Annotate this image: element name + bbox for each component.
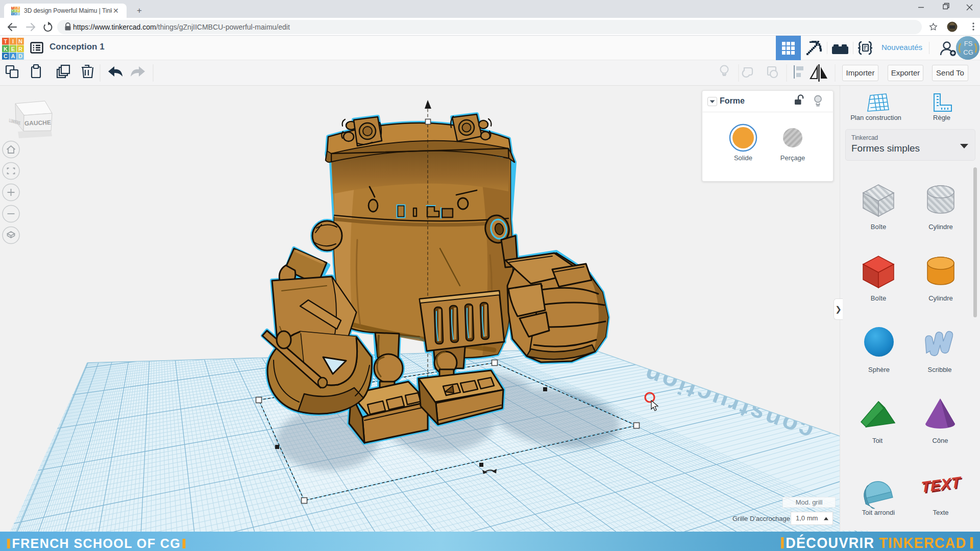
svg-text:Cône: Cône <box>932 437 948 444</box>
svg-text:N: N <box>18 7 20 9</box>
svg-text:GAUCHE: GAUCHE <box>24 119 51 127</box>
svg-text:D: D <box>18 53 22 59</box>
svg-text:N: N <box>18 38 22 44</box>
svg-text:Toit: Toit <box>872 437 883 444</box>
svg-text:T: T <box>12 7 13 9</box>
svg-text:E: E <box>15 10 16 12</box>
svg-text:A: A <box>15 12 17 15</box>
svg-text:Boîte: Boîte <box>871 223 886 231</box>
svg-text:I: I <box>15 7 16 9</box>
svg-text:E: E <box>11 46 15 52</box>
svg-text:Texte: Texte <box>933 509 948 516</box>
svg-text:T: T <box>4 38 8 44</box>
svg-text:I: I <box>12 38 14 44</box>
svg-text:A: A <box>11 53 15 59</box>
svg-text:Cylindre: Cylindre <box>928 294 953 302</box>
svg-text:CG: CG <box>963 48 973 56</box>
svg-text:Sphère: Sphère <box>868 366 890 373</box>
svg-text:C: C <box>12 12 14 15</box>
svg-text:Règle: Règle <box>933 114 950 121</box>
svg-text:K: K <box>4 46 8 52</box>
svg-text:FS: FS <box>964 40 973 47</box>
svg-text:Scribble: Scribble <box>928 366 952 373</box>
svg-text:R: R <box>18 46 22 52</box>
svg-text:C: C <box>4 53 8 59</box>
svg-text:R: R <box>18 10 20 12</box>
svg-text:Boîte: Boîte <box>871 294 886 302</box>
svg-text:Plan construction: Plan construction <box>850 114 901 121</box>
svg-text:K: K <box>12 10 14 12</box>
svg-text:D: D <box>18 12 20 15</box>
svg-text:Cylindre: Cylindre <box>928 223 953 231</box>
svg-text:Toit arrondi: Toit arrondi <box>862 509 895 516</box>
